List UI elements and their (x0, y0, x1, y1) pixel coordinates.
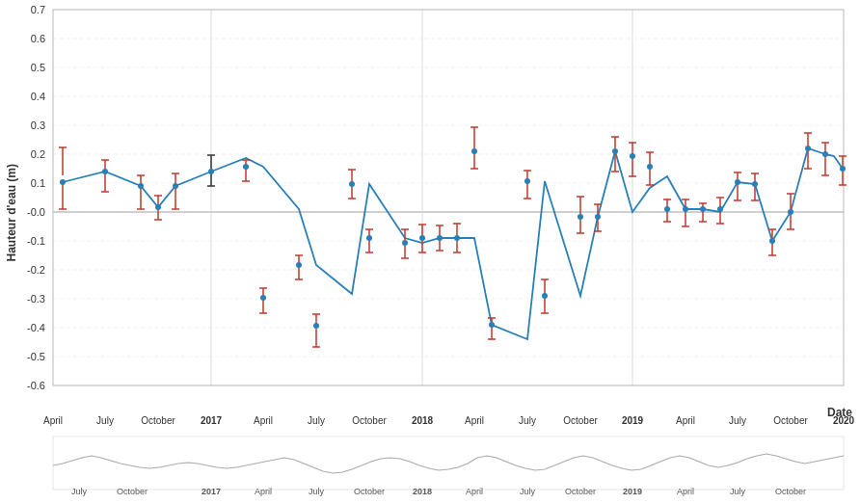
svg-point-186 (752, 181, 758, 187)
svg-point-146 (612, 148, 618, 154)
svg-point-141 (595, 214, 601, 220)
svg-point-101 (419, 235, 425, 241)
svg-point-171 (700, 206, 706, 212)
svg-point-71 (260, 295, 266, 301)
svg-point-196 (788, 209, 793, 215)
x-label-2017: 2017 (201, 415, 222, 426)
mini-x-april-2017: April (255, 487, 272, 496)
svg-point-136 (578, 214, 583, 220)
svg-point-81 (313, 323, 319, 329)
svg-point-156 (647, 164, 653, 170)
svg-point-211 (840, 166, 846, 172)
svg-text:0.1: 0.1 (31, 177, 45, 189)
svg-point-106 (437, 235, 443, 241)
svg-text:-0.5: -0.5 (27, 351, 45, 362)
svg-text:-0.4: -0.4 (27, 322, 45, 333)
mini-x-oct-2016: October (117, 487, 148, 496)
x-label-july-2017: July (308, 415, 325, 426)
y-axis-label: Hauteur d'eau (m) (5, 164, 18, 262)
x-label-july-2016: July (96, 415, 114, 426)
svg-point-166 (683, 206, 688, 212)
svg-point-51 (155, 204, 161, 210)
svg-point-121 (489, 322, 495, 328)
x-label-oct-2017: October (352, 415, 387, 426)
svg-point-206 (822, 151, 828, 157)
x-label-april-2016: April (43, 415, 63, 426)
x-label-2019: 2019 (622, 415, 643, 426)
svg-text:0.7: 0.7 (31, 4, 45, 15)
x-label-july-2019: July (729, 415, 746, 426)
svg-point-191 (769, 238, 775, 244)
x-label-oct-2019: October (773, 415, 808, 426)
svg-rect-212 (53, 437, 844, 490)
svg-point-61 (208, 169, 214, 174)
svg-text:-0.2: -0.2 (27, 264, 45, 276)
svg-text:-0.6: -0.6 (27, 380, 45, 391)
mini-x-oct-2017: October (354, 487, 385, 496)
mini-x-oct-2019: October (775, 487, 806, 496)
mini-x-oct-2018: October (565, 487, 596, 496)
mini-x-2017: 2017 (202, 487, 221, 496)
x-label-oct-2016: October (141, 415, 175, 426)
mini-x-2018: 2018 (413, 487, 432, 496)
x-label-2018: 2018 (412, 415, 433, 426)
x-label-april-2017: April (254, 415, 273, 426)
x-label-april-2019: April (676, 415, 695, 426)
svg-point-161 (664, 206, 670, 212)
mini-x-april-2019: April (677, 487, 694, 496)
svg-text:-0.3: -0.3 (27, 293, 45, 305)
svg-point-201 (805, 146, 811, 151)
svg-point-46 (138, 183, 144, 189)
mini-x-april-2018: April (466, 487, 483, 496)
chart-container: Hauteur d'eau (m) Date (0, 0, 860, 504)
mini-x-july-2016: July (71, 487, 87, 496)
svg-point-76 (296, 262, 302, 268)
x-label-july-2018: July (519, 415, 536, 426)
x-axis-labels: April July October 2017 April July Octob… (53, 415, 844, 435)
svg-point-41 (102, 169, 108, 174)
svg-point-86 (349, 181, 355, 187)
mini-x-july-2019: July (730, 487, 745, 496)
svg-point-116 (471, 148, 477, 154)
svg-point-181 (735, 179, 740, 185)
svg-text:-0.1: -0.1 (27, 235, 45, 247)
mini-chart (53, 437, 844, 490)
mini-x-2019: 2019 (623, 487, 642, 496)
svg-point-66 (243, 164, 249, 170)
svg-point-111 (454, 235, 460, 241)
mini-x-july-2017: July (309, 487, 324, 496)
svg-text:0.6: 0.6 (31, 33, 45, 44)
svg-point-91 (366, 235, 372, 241)
svg-point-176 (717, 206, 723, 212)
mini-x-labels: July October 2017 April July October 201… (53, 487, 844, 501)
data-chart (53, 10, 844, 385)
svg-point-96 (402, 240, 408, 246)
svg-text:0.3: 0.3 (31, 119, 45, 131)
svg-text:-0.0: -0.0 (27, 206, 45, 218)
svg-text:0.2: 0.2 (31, 148, 45, 160)
svg-text:0.4: 0.4 (31, 91, 45, 102)
x-label-oct-2018: October (563, 415, 598, 426)
svg-point-56 (173, 183, 178, 189)
mini-x-july-2018: July (520, 487, 535, 496)
svg-point-131 (542, 293, 548, 299)
x-label-april-2018: April (465, 415, 484, 426)
svg-point-126 (524, 178, 530, 184)
svg-text:0.5: 0.5 (31, 62, 45, 73)
svg-point-36 (60, 179, 66, 185)
x-label-2020: 2020 (833, 415, 854, 426)
svg-point-151 (630, 153, 635, 159)
